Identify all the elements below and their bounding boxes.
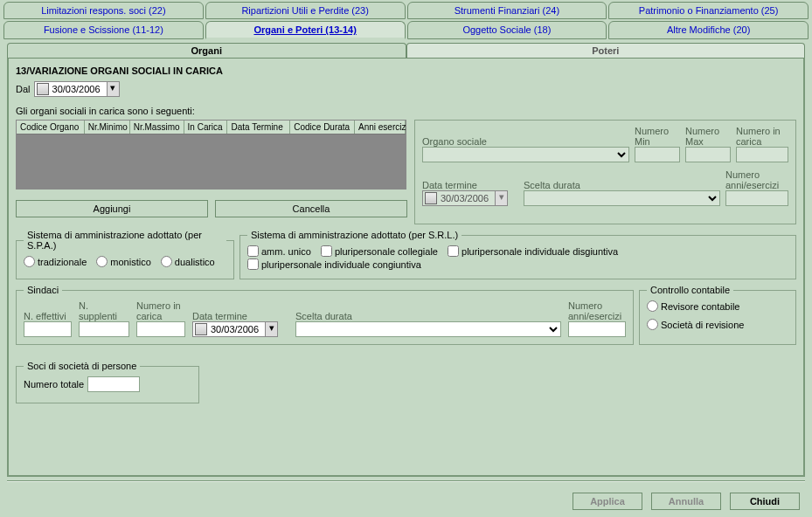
- tab-fusione-scissione[interactable]: Fusione e Scissione (11-12): [3, 21, 204, 39]
- spa-radio-monistico[interactable]: monistico: [96, 256, 150, 267]
- controllo-fieldset: Controllo contabile Revisore contabile S…: [639, 285, 796, 345]
- col-codice-durata: Codice Durata: [290, 121, 355, 134]
- organo-sociale-select[interactable]: [422, 147, 629, 162]
- chevron-down-icon[interactable]: ▾: [495, 191, 507, 205]
- tab-patrimonio-finanziamento[interactable]: Patrimonio o Finanziamento (25): [608, 2, 809, 19]
- spa-legend: Sistema di amministrazione adottato (per…: [24, 230, 226, 251]
- organo-detail-pane: Organo sociale Numero Min Numero Max Num…: [414, 120, 796, 224]
- tab-oggetto-sociale[interactable]: Oggetto Sociale (18): [407, 21, 607, 39]
- dal-label: Dal: [16, 84, 31, 94]
- srl-fieldset: Sistema di amministrazione adottato (per…: [239, 230, 796, 279]
- left-column: Codice Organo Nr.Minimo Nr.Massimo In Ca…: [16, 120, 407, 217]
- calendar-icon: [195, 323, 207, 335]
- section-title: 13/VARIAZIONE ORGANI SOCIALI IN CARICA: [16, 65, 796, 76]
- numero-max-input[interactable]: [685, 147, 731, 162]
- numero-min-input[interactable]: [635, 147, 680, 162]
- col-codice-organo: Codice Organo: [17, 121, 85, 134]
- tab-strumenti-finanziari[interactable]: Strumenti Finanziari (24): [407, 2, 607, 19]
- scelta-durata-select[interactable]: [524, 190, 720, 206]
- numero-min-label: Numero Min: [635, 126, 680, 147]
- calendar-icon: [425, 192, 437, 204]
- srl-check-pluri-indiv-congiuntiva[interactable]: pluripersonale individuale congiuntiva: [247, 258, 421, 270]
- spa-radio-dualistico[interactable]: dualistico: [161, 256, 215, 267]
- spa-radio-tradizionale[interactable]: tradizionale: [24, 256, 87, 267]
- col-nr-minimo: Nr.Minimo: [85, 121, 130, 134]
- scelta-durata-label: Scelta durata: [524, 180, 720, 190]
- tab-altre-modifiche[interactable]: Altre Modifiche (20): [608, 21, 809, 39]
- numero-max-label: Numero Max: [685, 126, 731, 147]
- controllo-radio-societa[interactable]: Società di revisione: [647, 319, 744, 330]
- numero-totale-label: Numero totale: [24, 379, 84, 389]
- dal-date-picker[interactable]: ▾: [34, 81, 120, 97]
- sindaci-numero-anni-input[interactable]: [568, 321, 626, 337]
- tabs-lower-row: Fusione e Scissione (11-12) Organi e Pot…: [0, 21, 812, 39]
- n-effettivi-input[interactable]: [24, 321, 72, 337]
- col-data-termine: Data Termine: [227, 121, 290, 134]
- grid-header: Codice Organo Nr.Minimo Nr.Massimo In Ca…: [17, 121, 406, 134]
- organi-grid[interactable]: Codice Organo Nr.Minimo Nr.Massimo In Ca…: [16, 120, 406, 190]
- sindaci-legend: Sindaci: [24, 285, 62, 295]
- cancella-button[interactable]: Cancella: [215, 200, 407, 217]
- col-in-carica: In Carica: [184, 121, 228, 134]
- chevron-down-icon[interactable]: ▾: [107, 82, 119, 96]
- controllo-legend: Controllo contabile: [647, 285, 733, 295]
- controllo-radio-revisore[interactable]: Revisore contabile: [647, 300, 740, 312]
- soci-fieldset: Soci di società di persone Numero totale: [16, 361, 199, 403]
- spa-fieldset: Sistema di amministrazione adottato (per…: [16, 230, 234, 279]
- col-anni-esercizi: Anni esercizi: [355, 121, 406, 134]
- chiudi-button[interactable]: Chiudi: [730, 493, 800, 510]
- applica-button[interactable]: Applica: [573, 493, 642, 510]
- intro-text: Gli organi sociali in carica sono i segu…: [16, 106, 796, 116]
- sindaci-numero-anni-label: Numero anni/esercizi: [568, 300, 626, 321]
- srl-check-amm-unico[interactable]: amm. unico: [247, 245, 311, 257]
- tab-limitazioni-respons[interactable]: Limitazioni respons. soci (22): [3, 2, 204, 19]
- sindaci-numero-carica-input[interactable]: [136, 321, 185, 337]
- sindaci-numero-carica-label: Numero in carica: [136, 300, 185, 321]
- numero-in-carica-input[interactable]: [736, 147, 788, 162]
- sindaci-scelta-durata-select[interactable]: [295, 321, 561, 337]
- sindaci-fieldset: Sindaci N. effettivi N. supplenti Numero…: [16, 285, 634, 345]
- data-termine-input[interactable]: [439, 191, 495, 205]
- subtab-poteri[interactable]: Poteri: [406, 43, 806, 58]
- tab-organi-poteri[interactable]: Organi e Poteri (13-14): [205, 21, 406, 39]
- tab-ripartizioni-utili[interactable]: Ripartizioni Utili e Perdite (23): [205, 2, 406, 19]
- subtab-organi[interactable]: Organi: [7, 43, 406, 58]
- numero-anni-input[interactable]: [725, 190, 788, 206]
- subtabs-row: Organi Poteri: [7, 43, 805, 58]
- dal-date-input[interactable]: [51, 82, 107, 96]
- tabs-upper-row: Limitazioni respons. soci (22) Ripartizi…: [0, 2, 812, 19]
- numero-totale-input[interactable]: [87, 376, 140, 392]
- soci-legend: Soci di società di persone: [24, 361, 140, 371]
- sindaci-data-termine-label: Data termine: [192, 311, 288, 321]
- col-nr-massimo: Nr.Massimo: [130, 121, 184, 134]
- bottom-bar: Applica Annulla Chiudi: [573, 493, 800, 510]
- chevron-down-icon[interactable]: ▾: [265, 322, 277, 336]
- srl-check-pluri-collegiale[interactable]: pluripersonale collegiale: [321, 245, 438, 257]
- n-supplenti-label: N. supplenti: [79, 300, 129, 321]
- sindaci-data-termine-picker[interactable]: ▾: [192, 321, 278, 337]
- srl-check-pluri-indiv-disgiuntiva[interactable]: pluripersonale individuale disgiuntiva: [448, 245, 618, 257]
- numero-anni-label: Numero anni/esercizi: [725, 169, 788, 190]
- organi-panel: 13/VARIAZIONE ORGANI SOCIALI IN CARICA D…: [7, 58, 805, 477]
- n-supplenti-input[interactable]: [79, 321, 129, 337]
- calendar-icon: [37, 83, 49, 95]
- organo-sociale-label: Organo sociale: [422, 136, 629, 147]
- data-termine-picker[interactable]: ▾: [422, 190, 508, 206]
- annulla-button[interactable]: Annulla: [651, 493, 721, 510]
- sindaci-data-termine-input[interactable]: [209, 322, 265, 336]
- data-termine-label: Data termine: [422, 180, 518, 190]
- sindaci-scelta-durata-label: Scelta durata: [295, 311, 561, 321]
- srl-legend: Sistema di amministrazione adottato (per…: [247, 230, 462, 240]
- bottom-divider: [7, 480, 805, 482]
- aggiungi-button[interactable]: Aggiungi: [16, 200, 208, 217]
- numero-in-carica-label: Numero in carica: [736, 126, 788, 147]
- n-effettivi-label: N. effettivi: [24, 311, 72, 321]
